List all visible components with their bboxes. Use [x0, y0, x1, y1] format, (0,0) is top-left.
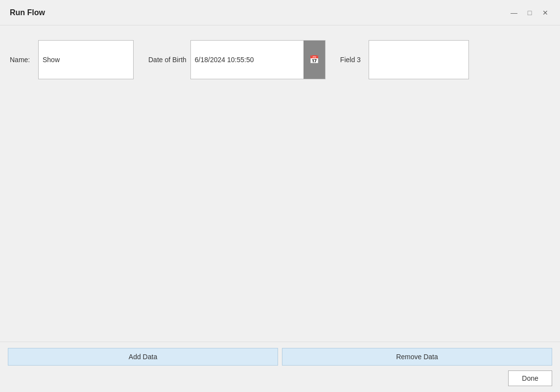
field3-label: Field 3 [340, 56, 365, 64]
done-button[interactable]: Done [508, 370, 552, 386]
content-area: Name: Date of Birth 📅 Field 3 [0, 25, 560, 342]
close-button[interactable]: ✕ [538, 6, 552, 20]
bottom-bar: Add Data Remove Data Done [0, 342, 560, 392]
dob-field-group: Date of Birth 📅 [148, 40, 326, 79]
window-controls: — □ ✕ [507, 6, 552, 20]
title-bar: Run Flow — □ ✕ [0, 0, 560, 25]
dob-wrapper: 📅 [190, 40, 326, 79]
content-spacer [10, 79, 550, 332]
calendar-icon: 📅 [309, 56, 319, 64]
remove-data-button[interactable]: Remove Data [282, 348, 552, 366]
done-row: Done [8, 370, 552, 386]
name-label: Name: [10, 56, 34, 64]
fields-row: Name: Date of Birth 📅 Field 3 [10, 40, 550, 79]
dob-input[interactable] [191, 41, 303, 79]
window-title: Run Flow [10, 8, 45, 17]
restore-button[interactable]: □ [523, 6, 537, 20]
add-data-button[interactable]: Add Data [8, 348, 278, 366]
minimize-button[interactable]: — [507, 6, 521, 20]
field3-group: Field 3 [340, 40, 469, 79]
name-field-group: Name: [10, 40, 134, 79]
field3-input[interactable] [369, 40, 469, 79]
data-buttons-row: Add Data Remove Data [8, 348, 552, 366]
name-input[interactable] [38, 40, 134, 79]
dob-label: Date of Birth [148, 56, 187, 64]
calendar-button[interactable]: 📅 [303, 41, 325, 79]
run-flow-window: Run Flow — □ ✕ Name: Date of Birth 📅 [0, 0, 560, 392]
